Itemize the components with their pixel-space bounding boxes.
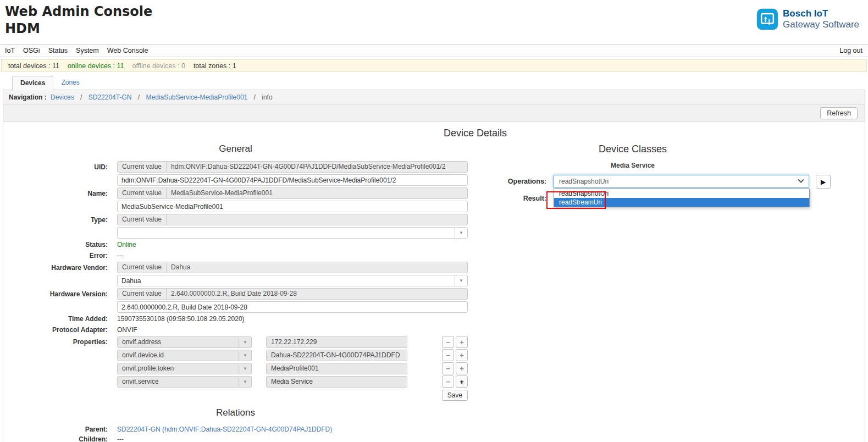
operations-select[interactable]: readSnapshotUri [553, 175, 809, 188]
menubar: IoT OSGi Status System Web Console Log o… [0, 44, 868, 57]
name-input[interactable] [117, 201, 468, 212]
property-value-field: 172.22.172.229 [266, 336, 407, 348]
hardware-vendor-combobox[interactable]: ▼ [117, 275, 468, 286]
property-row: onvif.device.id ▼ Dahua-SD22204T-GN-4G00… [117, 349, 468, 361]
property-key-select[interactable]: onvif.service ▼ [117, 376, 252, 388]
menu-item-iot[interactable]: IoT [5, 47, 15, 54]
dropdown-arrow-icon[interactable]: ▼ [239, 337, 251, 347]
parent-link[interactable]: SD22204T-GN (hdm:ONVIF:Dahua-SD22204T-GN… [117, 426, 332, 433]
dropdown-arrow-icon[interactable]: ▼ [239, 377, 251, 387]
type-current-text [167, 214, 175, 225]
add-property-button[interactable]: + [456, 349, 468, 361]
option-read-snapshot-uri[interactable]: readSnapshotUri [554, 189, 809, 198]
run-operation-button[interactable]: ▶ [816, 175, 831, 189]
remove-property-button[interactable]: − [442, 362, 454, 374]
dropdown-arrow-icon[interactable]: ▼ [239, 363, 251, 374]
add-property-button[interactable]: + [456, 362, 468, 374]
dropdown-arrow-icon[interactable]: ▼ [455, 275, 467, 286]
uid-current-value: Current value hdm:ONVIF:Dahua-SD22204T-G… [117, 161, 468, 173]
error-label: Error: [3, 251, 117, 261]
current-value-label: Current value [118, 162, 167, 172]
page-header: Web Admin Console HDM Bosch IoT Gateway … [0, 0, 868, 44]
dropdown-arrow-icon[interactable]: ▼ [239, 350, 251, 361]
main-frame: Navigation : Devices / SD22204T-GN / Med… [3, 90, 865, 442]
menu-item-system[interactable]: System [76, 47, 99, 54]
breadcrumb-prefix: Navigation : [9, 93, 47, 101]
device-classes-section: Device Classes Media Service Operations:… [468, 140, 865, 442]
type-combobox-input[interactable] [118, 228, 455, 238]
children-label: Children: [3, 435, 117, 442]
operations-label: Operations: [468, 175, 553, 188]
current-value-label: Current value [118, 188, 167, 198]
current-value-label: Current value [118, 262, 167, 273]
offline-devices-count: offline devices : 0 [132, 62, 185, 70]
hardware-vendor-combobox-input[interactable] [118, 275, 455, 286]
current-value-label: Current value [118, 214, 167, 225]
page-title: Device Details [3, 128, 865, 139]
toolbar: Refresh [3, 105, 865, 122]
total-zones-count: total zones : 1 [193, 62, 236, 70]
app-title-line2: HDM [5, 20, 863, 37]
name-label: Name: [3, 187, 117, 200]
time-added-label: Time Added: [3, 314, 117, 324]
chevron-down-icon [798, 177, 804, 183]
tab-devices[interactable]: Devices [12, 76, 53, 90]
status-label: Status: [3, 240, 117, 250]
type-label: Type: [3, 214, 117, 226]
logout-link[interactable]: Log out [839, 47, 863, 54]
operations-dropdown-list: readSnapshotUri readStreamUri [554, 189, 810, 207]
remove-property-button[interactable]: − [442, 375, 454, 388]
save-button[interactable]: Save [442, 390, 468, 401]
breadcrumb-separator: / [254, 93, 256, 101]
field-group-name: Name: Current value MediaSubService-Medi… [3, 187, 468, 212]
error-value: --- [117, 251, 124, 261]
property-key-select[interactable]: onvif.address ▼ [117, 336, 252, 348]
breadcrumb-link-devices[interactable]: Devices [51, 93, 74, 101]
type-combobox[interactable]: ▼ [117, 227, 468, 239]
field-group-type: Type: Current value [3, 214, 468, 239]
breadcrumb-link-device[interactable]: SD22204T-GN [89, 93, 132, 101]
time-added-value: 1590735530108 (09:58:50.108 29.05.2020) [117, 314, 245, 324]
property-key-select[interactable]: onvif.device.id ▼ [117, 350, 252, 361]
uid-input[interactable] [117, 174, 468, 186]
hardware-version-label: Hardware Version: [3, 288, 117, 300]
status-value: Online [117, 240, 136, 250]
app-title-line1: Web Admin Console [5, 3, 863, 20]
breadcrumb: Navigation : Devices / SD22204T-GN / Med… [3, 90, 865, 105]
field-group-uid: UID: Current value hdm:ONVIF:Dahua-SD222… [3, 161, 468, 186]
current-value-label: Current value [118, 289, 167, 299]
general-section: General UID: Current value hdm:ONVIF:Dah… [3, 140, 468, 442]
tab-strip: Devices Zones [12, 75, 868, 90]
logo-brand: Bosch IoT [783, 8, 859, 19]
remove-property-button[interactable]: − [442, 336, 454, 348]
hardware-vendor-label: Hardware Vendor: [3, 262, 117, 274]
device-details-panel: Device Details General UID: Current valu… [3, 122, 865, 442]
remove-property-button[interactable]: − [442, 349, 454, 361]
uid-label: UID: [3, 161, 117, 173]
breadcrumb-link-subservice[interactable]: MediaSubService-MediaProfile001 [146, 93, 247, 101]
children-value: --- [117, 435, 124, 442]
parent-label: Parent: [3, 425, 117, 434]
add-property-button[interactable]: + [456, 375, 468, 388]
hardware-version-input[interactable] [117, 301, 468, 313]
option-read-stream-uri[interactable]: readStreamUri [554, 198, 809, 207]
tab-zones[interactable]: Zones [53, 76, 87, 90]
logo-text: Bosch IoT Gateway Software [783, 8, 859, 30]
relations-heading: Relations [3, 407, 468, 418]
menu-item-osgi[interactable]: OSGi [23, 47, 40, 54]
total-devices-count: total devices : 11 [8, 62, 59, 70]
app-title: Web Admin Console HDM [5, 3, 863, 37]
property-row: onvif.address ▼ 172.22.172.229 − + [117, 336, 468, 348]
property-value-field: MediaProfile001 [266, 363, 407, 374]
add-property-button[interactable]: + [456, 336, 468, 348]
bosch-gateway-icon [756, 8, 778, 30]
refresh-button[interactable]: Refresh [820, 107, 858, 119]
property-key-select[interactable]: onvif.profile.token ▼ [117, 363, 252, 374]
menu-item-web-console[interactable]: Web Console [107, 47, 148, 54]
hardware-version-current-text: 2.640.0000000.2.R, Build Date 2018-09-28 [167, 289, 301, 299]
field-group-hardware-vendor: Hardware Vendor: Current value Dahua [3, 262, 468, 286]
device-classes-heading: Device Classes [468, 143, 798, 155]
menu-item-status[interactable]: Status [48, 47, 68, 54]
dropdown-arrow-icon[interactable]: ▼ [455, 228, 467, 238]
property-value-field: Dahua-SD22204T-GN-4G00D74PAJ1DDFD [266, 350, 407, 361]
